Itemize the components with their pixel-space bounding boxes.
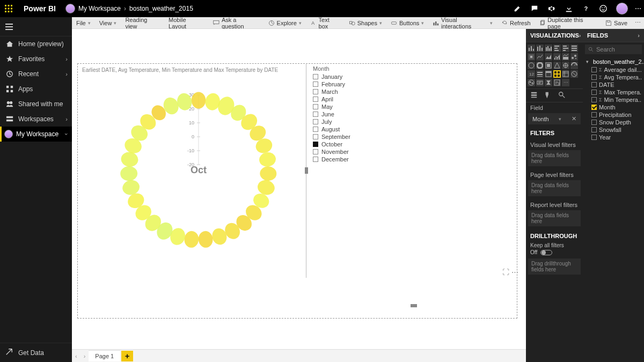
viz-type-tile[interactable]: 123 [528, 70, 535, 78]
remove-field-icon[interactable]: ✕ [572, 115, 576, 122]
viz-type-tile[interactable] [536, 53, 544, 61]
feedback-smile-icon[interactable] [595, 0, 612, 17]
viz-type-tile[interactable] [545, 62, 552, 69]
gear-icon[interactable] [543, 0, 560, 17]
field-well-item[interactable]: Month▾✕ [528, 113, 581, 124]
viz-type-tile[interactable]: ⋯ [562, 79, 569, 86]
field-item[interactable]: DATE [585, 81, 642, 88]
viz-type-tile[interactable] [562, 62, 569, 69]
viz-type-tile[interactable] [570, 45, 578, 52]
field-item[interactable]: Month [585, 104, 642, 111]
help-icon[interactable]: ? [577, 0, 595, 17]
drill-toggle[interactable] [540, 250, 552, 255]
slicer-visual-container[interactable]: Month JanuaryFebruaryMarchAprilMayJuneJu… [306, 63, 517, 278]
brand-name[interactable]: Power BI [17, 4, 62, 13]
field-item[interactable]: Snow Depth [585, 119, 642, 126]
viz-type-tile[interactable] [562, 70, 569, 78]
add-page-button[interactable]: + [121, 351, 133, 361]
app-launcher-icon[interactable] [0, 0, 17, 17]
slicer-item[interactable]: August [313, 125, 350, 133]
page-scroll-right-icon[interactable]: › [80, 353, 89, 359]
fields-search-input[interactable]: Search [585, 45, 642, 54]
viz-type-tile[interactable] [536, 70, 544, 78]
viz-type-tile[interactable] [545, 79, 552, 86]
viz-type-tile[interactable]: Py [553, 79, 561, 86]
visual-interactions-menu[interactable]: Visual interactions ▾ [428, 17, 497, 28]
slicer-item[interactable]: March [313, 88, 350, 95]
filter-drop-zone[interactable]: Drag data fields here [528, 150, 581, 166]
page-scroll-left-icon[interactable]: ‹ [72, 353, 80, 359]
chat-icon[interactable] [526, 0, 543, 17]
breadcrumb-report[interactable]: boston_weather_2015 [129, 5, 193, 12]
ask-question-button[interactable]: Ask a question [209, 17, 264, 28]
reading-view-button[interactable]: Reading view [121, 17, 164, 28]
download-icon[interactable] [560, 0, 577, 17]
viz-type-tile[interactable] [553, 45, 561, 52]
focus-mode-icon[interactable]: ⛶ [502, 268, 509, 276]
viz-type-tile[interactable] [536, 45, 544, 52]
viz-type-tile[interactable] [536, 79, 544, 86]
buttons-menu[interactable]: Buttons ▾ [386, 17, 428, 28]
slicer-item[interactable]: November [313, 148, 350, 156]
resize-handle-bottom[interactable] [411, 304, 417, 307]
duplicate-page-button[interactable]: Duplicate this page [535, 17, 601, 28]
analytics-magnifier-icon[interactable] [558, 91, 566, 100]
get-data-button[interactable]: Get Data [0, 343, 72, 362]
viz-type-tile[interactable] [528, 79, 535, 86]
nav-recent[interactable]: Recent› [0, 67, 72, 82]
file-menu[interactable]: File ▾ [72, 17, 95, 28]
overflow-icon[interactable]: ⋯ [632, 17, 644, 28]
nav-my-workspace[interactable]: My Workspace› [0, 127, 72, 142]
viz-type-tile[interactable] [553, 70, 561, 78]
resize-handle-left[interactable] [305, 167, 308, 174]
viz-type-tile[interactable] [545, 70, 552, 78]
field-item[interactable]: ΣMax Tempera... [585, 88, 642, 96]
fields-well-icon[interactable] [530, 91, 538, 100]
nav-workspaces[interactable]: Workspaces› [0, 112, 72, 127]
viz-type-tile[interactable] [553, 53, 561, 61]
slicer-item[interactable]: October [313, 141, 350, 148]
viz-type-tile[interactable] [545, 45, 552, 52]
field-item[interactable]: ΣAvg Tempera... [585, 73, 642, 81]
viz-type-tile[interactable] [553, 62, 561, 69]
overflow-icon[interactable]: ⋯ [632, 0, 644, 17]
mobile-layout-button[interactable]: Mobile Layout [164, 17, 209, 28]
nav-favorites[interactable]: Favorites› [0, 51, 72, 67]
viz-type-tile[interactable] [528, 45, 535, 52]
field-item[interactable]: ΣMin Tempera... [585, 96, 642, 104]
slicer-item[interactable]: December [313, 156, 350, 163]
viz-type-tile[interactable] [536, 62, 544, 69]
save-button[interactable]: Save [601, 17, 632, 28]
slicer-item[interactable]: May [313, 103, 350, 110]
filter-drop-zone[interactable]: Drag data fields here [528, 210, 581, 226]
viz-type-tile[interactable] [570, 70, 578, 78]
field-item[interactable]: Precipitation [585, 111, 642, 119]
slicer-item[interactable]: February [313, 80, 350, 88]
textbox-button[interactable]: AText box [306, 17, 345, 28]
viz-type-tile[interactable] [570, 53, 578, 61]
viz-type-tile[interactable] [545, 53, 552, 61]
drillthrough-drop[interactable]: Drag drillthrough fields here [528, 258, 581, 275]
page-tab[interactable]: Page 1 [89, 350, 120, 361]
explore-menu[interactable]: Explore ▾ [264, 17, 306, 28]
viz-type-tile[interactable] [528, 53, 535, 61]
viz-type-tile[interactable] [562, 45, 569, 52]
field-item[interactable]: Snowfall [585, 126, 642, 134]
user-avatar-icon[interactable] [616, 3, 628, 14]
fields-table-header[interactable]: ▾boston_weather_2... [585, 57, 642, 66]
filter-drop-zone[interactable]: Drag data fields here [528, 180, 581, 196]
shapes-menu[interactable]: Shapes ▾ [345, 17, 386, 28]
slicer-item[interactable]: September [313, 133, 350, 141]
nav-shared[interactable]: Shared with me [0, 97, 72, 112]
refresh-button[interactable]: Refresh [497, 17, 535, 28]
slicer-item[interactable]: January [313, 73, 350, 80]
format-brush-icon[interactable] [544, 91, 552, 100]
slicer-item[interactable]: July [313, 118, 350, 125]
nav-home[interactable]: Home (preview) [0, 36, 72, 51]
slicer-item[interactable]: April [313, 95, 350, 103]
view-menu[interactable]: View ▾ [95, 17, 121, 28]
nav-apps[interactable]: Apps [0, 82, 72, 97]
edit-icon[interactable] [509, 0, 526, 17]
collapse-icon[interactable]: › [579, 32, 581, 39]
viz-type-tile[interactable] [570, 62, 578, 69]
